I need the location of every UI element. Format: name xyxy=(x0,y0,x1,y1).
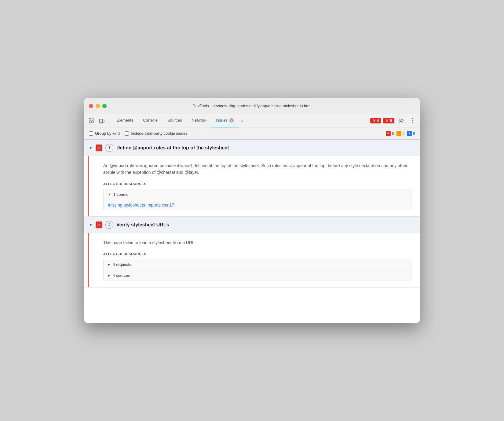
svg-point-7 xyxy=(400,120,402,122)
issue-description-2: This page failed to load a stylesheet fr… xyxy=(103,239,411,246)
issue-chevron-1: ▼ xyxy=(89,146,93,150)
resources-box-1: ▼ 1 source missing-stylesheets-imports.c… xyxy=(103,189,411,210)
close-button[interactable] xyxy=(89,104,93,108)
filter-bar-divider xyxy=(194,130,194,137)
warning-badge[interactable]: ✕ 5 xyxy=(383,118,394,123)
include-third-party-input[interactable] xyxy=(125,131,129,136)
group-by-kind-input[interactable] xyxy=(89,131,93,136)
settings-button[interactable] xyxy=(396,116,406,126)
issue-header-2[interactable]: ▼ 4 Verify stylesheet URLs xyxy=(84,217,420,233)
resource-requests-group[interactable]: ▶ 4 requests xyxy=(104,259,411,270)
issue-count-badge-1: 1 xyxy=(105,144,113,152)
svg-point-12 xyxy=(99,148,99,149)
svg-rect-5 xyxy=(103,120,104,122)
devtools-window: DevTools - devtools-dbg-stories.netlify.… xyxy=(84,98,420,323)
tab-network[interactable]: Network xyxy=(187,114,211,127)
requests-group-chevron: ▶ xyxy=(108,263,110,266)
resources-box-2: ▶ 4 requests ▶ 4 sources xyxy=(103,259,411,281)
issues-panel: ▼ 1 Define @import rules at the top of t… xyxy=(84,140,420,323)
svg-point-8 xyxy=(412,118,413,119)
titlebar: DevTools - devtools-dbg-stories.netlify.… xyxy=(84,98,420,114)
svg-rect-3 xyxy=(92,121,93,123)
warning-badge-icon: ✕ xyxy=(385,119,389,123)
issue-title-1: Define @import rules at the top of the s… xyxy=(116,145,229,151)
affected-resources-label-2: AFFECTED RESOURCES xyxy=(103,252,411,256)
issue-body-1: An @import rule was ignored because it w… xyxy=(88,156,420,216)
device-toolbar-button[interactable] xyxy=(97,116,107,126)
tab-issues[interactable]: Issues ✕ xyxy=(211,114,239,127)
tab-console[interactable]: Console xyxy=(138,114,163,127)
issue-body-2: This page failed to load a stylesheet fr… xyxy=(88,233,420,287)
issue-error-icon-2 xyxy=(96,221,102,228)
resource-link-1[interactable]: missing-stylesheets-imports.css:17 xyxy=(104,200,411,210)
svg-rect-1 xyxy=(92,119,93,120)
filter-error-count[interactable]: ✕ 5 xyxy=(386,131,394,136)
svg-rect-0 xyxy=(89,119,91,120)
error-badge[interactable]: ✕ 4 xyxy=(370,118,382,123)
error-filter-icon: ✕ xyxy=(386,131,391,136)
issue-title-2: Verify stylesheet URLs xyxy=(116,222,169,228)
svg-rect-2 xyxy=(89,121,91,123)
toolbar-right: ✕ 4 ✕ 5 xyxy=(370,116,418,126)
tab-bar: Elements Console Sources Network Issues … xyxy=(112,114,370,127)
group-by-kind-checkbox[interactable]: Group by kind xyxy=(89,131,120,136)
minimize-button[interactable] xyxy=(96,104,100,108)
filter-badges: ✕ 5 ! 0 i 0 xyxy=(386,131,415,136)
issue-header-1[interactable]: ▼ 1 Define @import rules at the top of t… xyxy=(84,140,420,156)
error-badge-icon: ✕ xyxy=(373,119,376,123)
window-title: DevTools - devtools-dbg-stories.netlify.… xyxy=(192,104,311,108)
warning-filter-icon: ! xyxy=(396,131,401,136)
tab-issues-close[interactable]: ✕ xyxy=(229,118,234,123)
more-button[interactable] xyxy=(408,116,418,126)
sources-group-chevron: ▶ xyxy=(108,274,110,277)
inspect-icon-button[interactable] xyxy=(86,116,96,126)
svg-point-14 xyxy=(99,225,99,226)
svg-point-9 xyxy=(412,120,413,121)
svg-rect-4 xyxy=(100,119,103,123)
tab-sources[interactable]: Sources xyxy=(163,114,187,127)
issue-item-2: ▼ 4 Verify stylesheet URLs This page fai… xyxy=(84,217,420,287)
filter-warning-count[interactable]: ! 0 xyxy=(396,131,405,136)
maximize-button[interactable] xyxy=(102,104,107,108)
toolbar: Elements Console Sources Network Issues … xyxy=(84,114,420,127)
info-filter-icon: i xyxy=(407,131,412,136)
filter-bar: Group by kind Include third-party cookie… xyxy=(84,127,420,140)
issue-item-1: ▼ 1 Define @import rules at the top of t… xyxy=(84,140,420,217)
toolbar-divider xyxy=(109,117,109,124)
svg-point-10 xyxy=(412,122,413,123)
source-group-chevron: ▼ xyxy=(108,193,111,196)
tab-more-button[interactable]: » xyxy=(239,114,246,127)
include-third-party-checkbox[interactable]: Include third-party cookie issues xyxy=(125,131,188,136)
issue-error-icon-1 xyxy=(96,145,102,151)
tab-elements[interactable]: Elements xyxy=(112,114,138,127)
issue-count-badge-2: 4 xyxy=(105,221,113,229)
resource-sources-group[interactable]: ▶ 4 sources xyxy=(104,270,411,281)
issue-chevron-2: ▼ xyxy=(89,223,93,227)
resource-source-group-1[interactable]: ▼ 1 source xyxy=(104,189,411,200)
affected-resources-label-1: AFFECTED RESOURCES xyxy=(103,182,411,186)
traffic-lights xyxy=(89,104,107,108)
filter-info-count[interactable]: i 0 xyxy=(407,131,415,136)
issue-description-1: An @import rule was ignored because it w… xyxy=(103,162,411,176)
